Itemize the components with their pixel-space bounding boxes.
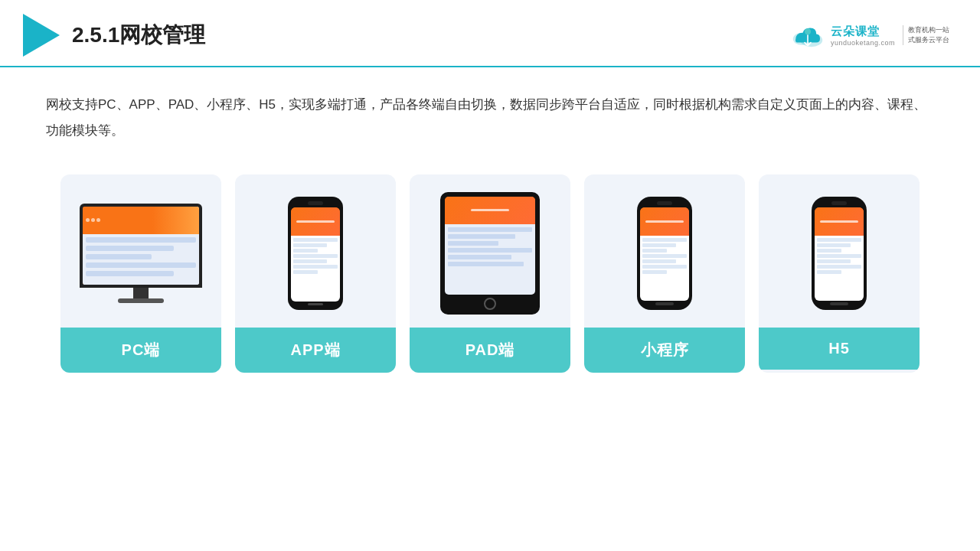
cards-container: PC端 [0, 159, 980, 396]
card-miniapp: 小程序 [584, 174, 745, 373]
header-right: 云朵课堂 yunduoketang.com 教育机构一站 式服务云平台 [789, 21, 949, 49]
card-app-label: APP端 [235, 328, 396, 373]
card-pad: PAD端 [410, 174, 570, 373]
card-h5: H5 [759, 174, 920, 373]
card-pad-image [410, 174, 570, 328]
logo-icon [23, 14, 60, 57]
tablet-mockup [440, 192, 540, 315]
card-app: APP端 [235, 174, 396, 373]
brand-logo: 云朵课堂 yunduoketang.com 教育机构一站 式服务云平台 [789, 21, 949, 49]
card-pc-label: PC端 [60, 328, 221, 373]
header: 2.5.1网校管理 云朵课堂 yunduoketang.com 教育机构一站 式… [0, 0, 980, 67]
card-h5-image [759, 174, 920, 328]
card-pc-image [60, 174, 221, 328]
phone-mockup-h5 [812, 197, 867, 310]
card-pad-label: PAD端 [410, 328, 570, 373]
card-h5-label: H5 [759, 328, 920, 370]
page-title: 2.5.1网校管理 [72, 21, 205, 50]
card-pc: PC端 [60, 174, 221, 373]
brand-text: 云朵课堂 yunduoketang.com [831, 24, 895, 47]
card-app-image [235, 174, 396, 328]
brand-url: yunduoketang.com [831, 39, 895, 47]
description: 网校支持PC、APP、PAD、小程序、H5，实现多端打通，产品各终端自由切换，数… [0, 67, 980, 159]
pc-mockup [80, 204, 202, 303]
header-left: 2.5.1网校管理 [23, 14, 205, 57]
brand-slogan: 教育机构一站 式服务云平台 [903, 25, 949, 44]
card-miniapp-label: 小程序 [584, 328, 745, 373]
description-text: 网校支持PC、APP、PAD、小程序、H5，实现多端打通，产品各终端自由切换，数… [46, 92, 934, 144]
svg-point-2 [805, 28, 811, 34]
cloud-icon [789, 21, 826, 49]
brand-name: 云朵课堂 [831, 24, 880, 39]
phone-mockup-miniapp [637, 197, 692, 310]
card-miniapp-image [584, 174, 745, 328]
phone-mockup-app [288, 197, 343, 310]
